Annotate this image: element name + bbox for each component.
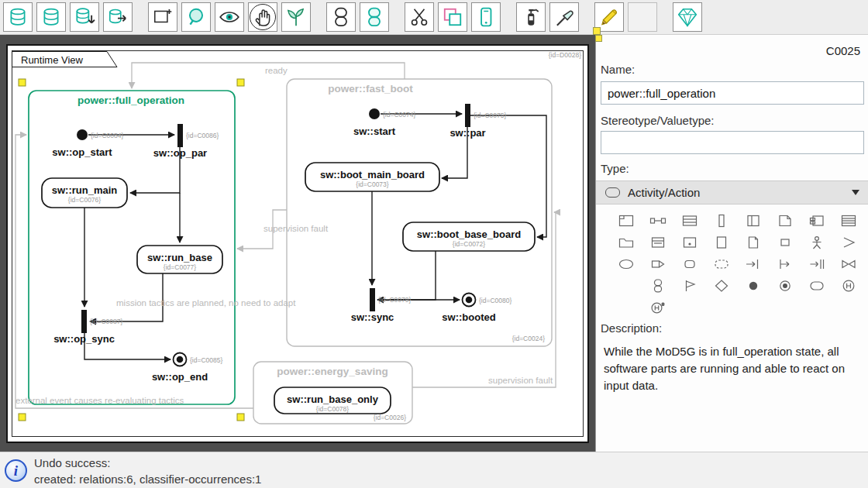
selection-handle[interactable]: [19, 414, 26, 421]
export-model-icon[interactable]: [103, 2, 133, 32]
view-tool-icon[interactable]: [215, 2, 244, 32]
palette-deephistory-icon[interactable]: [642, 297, 673, 318]
palette-rrect-icon[interactable]: [801, 275, 832, 297]
palette-list-icon[interactable]: [832, 210, 864, 232]
zoom-tool-icon[interactable]: [181, 2, 211, 32]
edit-tool-icon[interactable]: [594, 2, 624, 32]
name-input[interactable]: [601, 81, 864, 105]
info-icon: [5, 459, 27, 482]
palette-folder-icon[interactable]: [610, 232, 642, 253]
fork-join-bar[interactable]: [465, 104, 470, 127]
pan-tool-icon[interactable]: [248, 2, 277, 32]
transition-edge[interactable]: [377, 251, 436, 300]
status-line-2: created: relations:6, classifier-occurre…: [34, 471, 261, 487]
model-db-2-icon[interactable]: [36, 2, 66, 32]
model-db-1-icon[interactable]: [3, 2, 33, 32]
stereotype-input[interactable]: [601, 131, 864, 154]
palette-colrect-icon[interactable]: [737, 210, 769, 232]
palette-smallrrect-icon[interactable]: [673, 253, 705, 275]
selection-handle[interactable]: [237, 79, 244, 86]
new-frame-icon[interactable]: [148, 2, 177, 32]
palette-flagrect-icon[interactable]: [642, 253, 673, 275]
transition-label: mission tactics are planned, no need to …: [116, 298, 296, 308]
palette-dotbox-icon[interactable]: [673, 232, 705, 253]
chevron-down-icon: [852, 190, 859, 195]
grow-tool-icon[interactable]: [281, 2, 311, 32]
selection-handle[interactable]: [237, 414, 244, 421]
palette-component-icon[interactable]: [801, 210, 832, 232]
id-tag: {id=C0072}: [453, 240, 485, 248]
selection-handle[interactable]: [19, 79, 26, 86]
delete-tool-icon[interactable]: [516, 2, 546, 32]
cut-tool-icon[interactable]: [405, 2, 434, 32]
empty-slot-icon[interactable]: [628, 2, 657, 32]
palette-actor-icon[interactable]: [801, 232, 832, 253]
state-element-teal-icon[interactable]: [360, 2, 389, 32]
element-id-label: C0025: [826, 44, 860, 57]
palette-dashedrrect-icon[interactable]: [705, 253, 737, 275]
palette-page-icon[interactable]: [705, 232, 737, 253]
id-tag: {id=C0024}: [512, 335, 545, 342]
diagram-svg: {id=D0028}Runtime Viewpower::full_operat…: [8, 46, 587, 442]
palette-vrect-icon[interactable]: [705, 210, 737, 232]
node-label: sw::op_par: [153, 147, 207, 159]
gem-tool-icon[interactable]: [673, 2, 702, 32]
id-tag: {id=C0073}: [356, 180, 388, 188]
palette-bracket-icon[interactable]: [832, 232, 864, 253]
node-label: sw::boot_base_board: [417, 229, 521, 240]
palette-final-icon[interactable]: [769, 275, 801, 297]
id-tag: {id=C0026}: [374, 414, 406, 421]
palette-joinarrow-icon[interactable]: [737, 253, 769, 275]
transition-label: external event causes re-evaluating tact…: [16, 396, 184, 405]
node-label: sw::run_base_only: [287, 393, 379, 405]
cleanup-tool-icon[interactable]: [549, 2, 579, 32]
id-tag: {id=C0075}: [474, 112, 506, 119]
id-tag: {id=C0087}: [90, 318, 122, 325]
palette-forkarrow-icon[interactable]: [769, 253, 801, 275]
fork-join-bar[interactable]: [177, 124, 183, 147]
palette-listbox-icon[interactable]: [642, 232, 673, 253]
palette-hourglass-icon[interactable]: [642, 275, 673, 297]
final-node-dot: [466, 297, 473, 304]
node-label: sw::start: [353, 125, 396, 137]
panel-corner-marker[interactable]: [595, 35, 602, 42]
node-label: sw::booted: [442, 311, 495, 323]
copy-tool-icon[interactable]: [438, 2, 467, 32]
save-model-icon[interactable]: [70, 2, 99, 32]
palette-smallrect-icon[interactable]: [769, 232, 801, 253]
type-label: Type:: [601, 162, 629, 175]
palette-diamond-icon[interactable]: [705, 275, 737, 297]
state-element-icon[interactable]: [326, 2, 356, 32]
transition-edge[interactable]: [90, 273, 163, 321]
shape-palette: [610, 210, 866, 318]
transition-label: ready: [265, 66, 288, 75]
final-node-dot: [177, 356, 184, 363]
palette-bowtie-icon[interactable]: [832, 253, 864, 275]
palette-note-icon[interactable]: [769, 210, 801, 232]
description-text[interactable]: While the MoD5G is in full_operation sta…: [604, 343, 861, 393]
fork-join-bar[interactable]: [370, 288, 375, 311]
palette-initial-icon[interactable]: [737, 275, 769, 297]
palette-history-icon[interactable]: [832, 275, 864, 297]
fork-join-bar[interactable]: [81, 310, 87, 333]
id-tag: {id=C0080}: [479, 297, 512, 304]
palette-link-icon[interactable]: [642, 210, 673, 232]
action-shape-icon: [605, 187, 620, 198]
palette-frame-icon[interactable]: [610, 210, 642, 232]
paste-tool-icon[interactable]: [471, 2, 501, 32]
palette-pagefold-icon[interactable]: [737, 232, 769, 253]
diagram-id-tag: {id=D0028}: [549, 51, 581, 59]
palette-pennant-icon[interactable]: [673, 275, 705, 297]
node-label: sw::run_main: [52, 184, 118, 196]
palette-swimlane-icon[interactable]: [801, 253, 832, 275]
canvas-area: {id=D0028}Runtime Viewpower::full_operat…: [0, 35, 595, 452]
toolbar: [0, 0, 868, 35]
palette-ellipse-icon[interactable]: [610, 253, 642, 275]
palette-table-icon[interactable]: [673, 210, 705, 232]
state-frame[interactable]: [287, 79, 552, 346]
diagram[interactable]: {id=D0028}Runtime Viewpower::full_operat…: [6, 44, 589, 443]
type-dropdown[interactable]: Activity/Action: [596, 180, 868, 204]
id-tag: {id=C0077}: [164, 263, 196, 271]
initial-node[interactable]: [369, 108, 380, 119]
initial-node[interactable]: [77, 129, 88, 140]
